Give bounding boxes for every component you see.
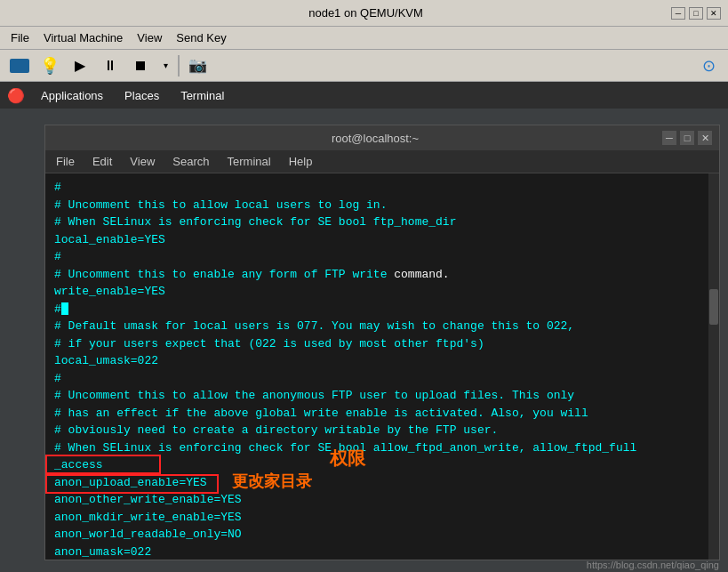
title-controls: ─ □ ✕ [671,7,721,20]
scrollbar-thumb[interactable] [709,289,718,325]
settings-button[interactable]: 💡 [36,53,64,78]
toolbar-dropdown[interactable]: ▾ [156,53,174,78]
watermark: https://blog.csdn.net/qiao_qing [587,560,719,570]
menu-file[interactable]: File [4,29,36,46]
term-line: # has an effect if the above global writ… [54,405,710,423]
term-line: anon_other_write_enable=YES [54,491,710,509]
terminal-menu-edit[interactable]: Edit [87,153,117,170]
terminal-menu-terminal[interactable]: Terminal [222,153,276,170]
pause-button[interactable]: ⏸ [96,53,124,78]
term-line: local_umask=022 [54,352,710,370]
camera-button[interactable]: 📷 [183,53,212,78]
term-line: write_enable=YES [54,283,710,301]
usb-area: ⊙ [694,53,723,78]
term-line: # Default umask for local users is 077. … [54,318,710,335]
terminal-close[interactable]: ✕ [698,131,712,145]
gnome-icon: 🔴 [7,87,25,104]
term-line: # [54,301,710,318]
terminal-scrollbar[interactable] [708,173,719,560]
play-icon: ▶ [75,57,85,74]
terminal-menu-search[interactable]: Search [167,153,214,170]
outer-title-bar: node1 on QEMU/KVM ─ □ ✕ [0,0,728,27]
term-line: anon_mkdir_write_enable=YES [54,509,710,527]
term-line: anon_world_readable_only=NO [54,526,710,544]
terminal-maximize[interactable]: □ [680,131,694,145]
minimize-button[interactable]: ─ [671,7,685,20]
pause-icon: ⏸ [103,58,117,74]
menu-send-key[interactable]: Send Key [169,29,233,46]
stop-icon: ⏹ [133,58,148,74]
screen-icon [10,59,29,73]
gnome-applications[interactable]: Applications [36,87,108,104]
outer-menubar: File Virtual Machine View Send Key [0,27,728,50]
lightbulb-icon: 💡 [40,56,60,76]
term-line: # Uncomment this to allow the anonymous … [54,387,710,405]
terminal-title-bar: root@localhost:~ ─ □ ✕ [45,125,719,150]
stop-button[interactable]: ⏹ [126,53,155,78]
term-line: _access [54,456,710,474]
term-line: # obviously need to create a directory w… [54,422,710,439]
gnome-bar: 🔴 Applications Places Terminal [0,82,728,109]
term-line: # Uncomment this to allow local users to… [54,197,710,214]
camera-icon: 📷 [188,56,207,75]
term-line: # Uncomment this to enable any form of F… [54,266,710,284]
term-line: # if your users expect that (022 is used… [54,335,710,353]
close-button[interactable]: ✕ [707,7,721,20]
screen-button[interactable] [5,53,34,78]
toolbar-separator [178,55,180,77]
maximize-button[interactable]: □ [689,7,703,20]
terminal-menu-view[interactable]: View [124,153,160,170]
toolbar: 💡 ▶ ⏸ ⏹ ▾ 📷 ⊙ [0,50,728,82]
terminal-window: root@localhost:~ ─ □ ✕ File Edit View Se… [44,125,720,560]
term-line-anon-umask: anon_umask=022 [54,544,710,560]
menu-view[interactable]: View [130,29,169,46]
term-line: # [54,370,710,388]
term-line: # [54,179,710,197]
usb-button[interactable]: ⊙ [694,53,723,78]
term-line: # When SELinux is enforcing check for SE… [54,213,710,231]
term-line: anon_upload_enable=YES [54,474,710,492]
terminal-title: root@localhost:~ [88,132,662,145]
term-line: local_enable=YES [54,231,710,249]
term-line: # When SELinux is enforcing check for SE… [54,439,710,457]
window-title: node1 on QEMU/KVM [60,6,671,20]
gnome-terminal[interactable]: Terminal [175,87,229,104]
terminal-menu-file[interactable]: File [51,153,80,170]
terminal-title-buttons: ─ □ ✕ [662,131,712,145]
term-line: # [54,248,710,266]
menu-virtual-machine[interactable]: Virtual Machine [36,29,130,46]
terminal-body[interactable]: # # Uncomment this to allow local users … [45,173,719,560]
terminal-minimize[interactable]: ─ [662,131,676,145]
gnome-places[interactable]: Places [119,87,164,104]
terminal-menu-help[interactable]: Help [284,153,318,170]
terminal-menubar: File Edit View Search Terminal Help [45,150,719,173]
play-button[interactable]: ▶ [66,53,94,78]
